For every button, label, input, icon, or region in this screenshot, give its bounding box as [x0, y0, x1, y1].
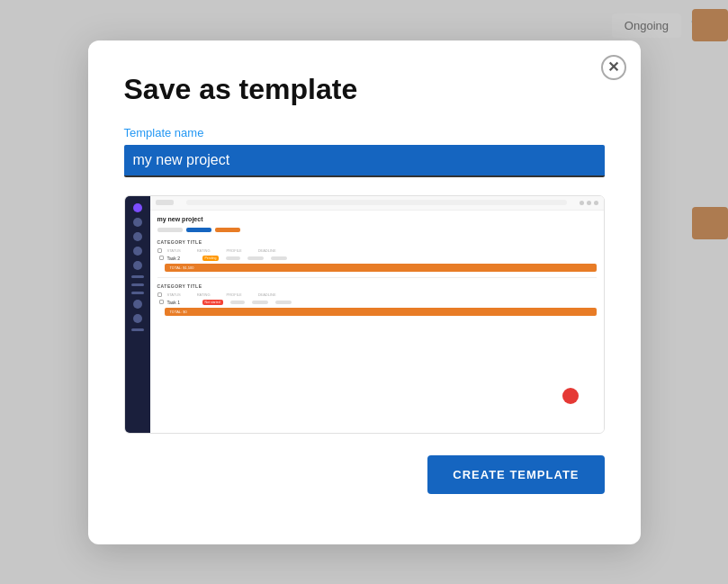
mini-sidebar-line-3 — [131, 292, 144, 294]
create-template-button[interactable]: CREATE TEMPLATE — [427, 455, 604, 494]
mini-checkbox-1 — [157, 248, 162, 253]
mini-divider — [157, 277, 597, 278]
mini-task-row-1: Task 2 Pending — [157, 256, 597, 261]
mini-table-header-2: STATUS RATING PROFILE DEADLINE — [157, 292, 597, 297]
mini-sidebar-line-1 — [131, 275, 144, 278]
mini-top-icons — [580, 201, 598, 205]
mini-table-header-1: STATUS RATING PROFILE DEADLINE — [157, 248, 597, 253]
modal-close-button[interactable]: ✕ — [601, 55, 626, 80]
mini-top-bar — [150, 196, 604, 211]
mini-task-checkbox-2 — [159, 300, 164, 304]
mini-top-icon-3 — [594, 201, 598, 205]
mini-col-deadline-2: DEADLINE — [258, 292, 276, 297]
mini-toolbar-btn-blue — [186, 228, 211, 232]
mini-project-title: my new project — [157, 216, 597, 222]
template-preview: my new project CATEGORY TITLE STATUS — [124, 195, 605, 434]
template-name-label: Template name — [124, 126, 605, 139]
mini-toolbar — [157, 228, 597, 232]
mini-col-rating-2: RATING — [197, 292, 211, 297]
mini-top-icon-1 — [580, 201, 584, 205]
mini-sidebar-dot-3 — [133, 247, 142, 256]
modal-title: Save as template — [124, 73, 605, 106]
mini-task-checkbox-1 — [159, 256, 164, 260]
mini-sidebar-dot-4 — [133, 261, 142, 270]
mini-col-profile-2: PROFILE — [227, 292, 242, 297]
mini-btn-orange-2: TOTAL: $0 — [165, 308, 597, 316]
template-name-input[interactable] — [124, 145, 605, 177]
mini-col-deadline: DEADLINE — [258, 248, 276, 253]
mini-preview-content: my new project CATEGORY TITLE STATUS — [125, 196, 604, 433]
mini-rating-1 — [226, 256, 240, 260]
mini-task-name-1: Task 2 — [167, 256, 199, 261]
mini-checkbox-2 — [157, 292, 162, 297]
mini-sidebar-line-2 — [131, 283, 144, 286]
mini-profile-1 — [247, 256, 264, 260]
mini-deadline-2 — [275, 301, 292, 304]
mini-content-area: my new project CATEGORY TITLE STATUS — [150, 211, 604, 321]
mini-sidebar-dot-2 — [133, 232, 142, 241]
mini-sidebar-line-4 — [131, 328, 144, 331]
modal-overlay: ✕ Save as template Template name — [0, 0, 728, 584]
mini-search-bar — [186, 200, 567, 205]
mini-task-name-2: Task 1 — [167, 300, 199, 305]
mini-toolbar-btn-1 — [157, 228, 183, 232]
mini-logo — [156, 200, 174, 205]
mini-rating-2 — [230, 301, 245, 304]
mini-top-icon-2 — [587, 201, 591, 205]
mini-section2-label: CATEGORY TITLE — [157, 283, 597, 289]
mini-main-content: my new project CATEGORY TITLE STATUS — [150, 196, 604, 433]
mini-status-not-started: Not started — [202, 300, 223, 305]
mini-deadline-1 — [271, 256, 287, 260]
mini-sidebar — [125, 196, 150, 433]
mini-col-status-2: STATUS — [167, 292, 181, 297]
save-as-template-modal: ✕ Save as template Template name — [88, 40, 641, 544]
mini-col-rating: RATING — [197, 248, 211, 253]
mini-sidebar-dot-5 — [133, 300, 142, 309]
mini-sidebar-dot-1 — [133, 218, 142, 227]
mini-status-doing: Pending — [202, 256, 220, 261]
mini-total-btn-1: TOTAL: $1,500 — [165, 264, 597, 272]
mini-col-status: STATUS — [167, 248, 181, 253]
mini-total-btn-2: TOTAL: $0 — [165, 308, 597, 316]
mini-sidebar-dot-active — [133, 203, 142, 212]
mini-section1-label: CATEGORY TITLE — [157, 239, 597, 245]
mini-profile-2 — [252, 301, 268, 304]
close-icon: ✕ — [607, 58, 619, 76]
mini-task-row-2: Task 1 Not started — [157, 300, 597, 305]
mini-sidebar-dot-6 — [133, 314, 142, 323]
mini-col-profile: PROFILE — [227, 248, 242, 253]
preview-red-dot — [562, 388, 579, 404]
mini-toolbar-btn-orange — [215, 228, 240, 232]
mini-btn-orange-1: TOTAL: $1,500 — [165, 264, 597, 272]
